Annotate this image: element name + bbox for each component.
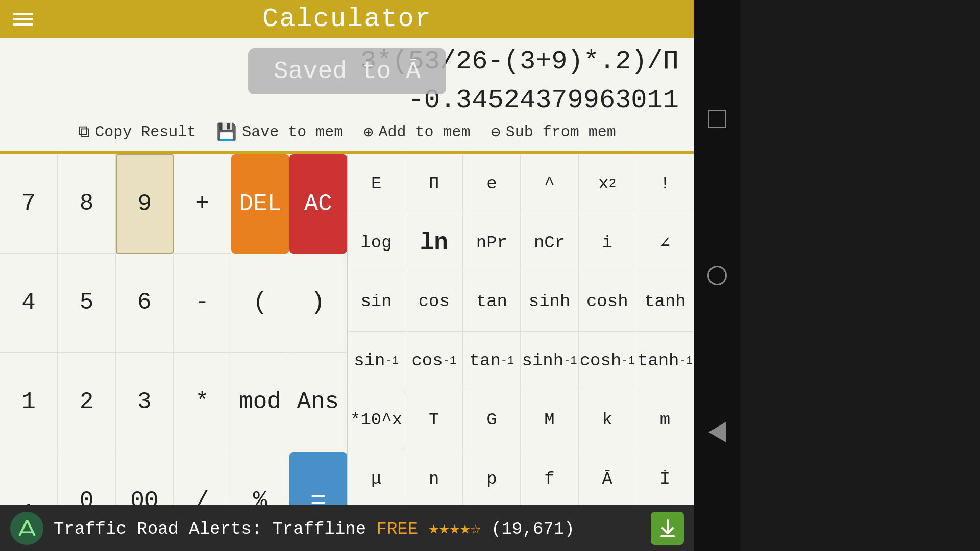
sci-tanh-inv[interactable]: tanh-1	[636, 332, 694, 391]
sci-cosh-inv[interactable]: cosh-1	[579, 332, 636, 391]
btn-9[interactable]: 9	[116, 154, 174, 253]
sci-cos[interactable]: cos	[405, 272, 463, 332]
sci-mu[interactable]: μ	[348, 449, 405, 509]
notif-free-label: FREE	[377, 519, 419, 539]
keypad-container: 7 8 9 + DEL AC 4 5 6 - ( ) 1 2 3 * mod A…	[0, 154, 694, 551]
sci-sinh[interactable]: sinh	[521, 272, 578, 332]
sci-p[interactable]: p	[463, 449, 521, 509]
btn-8[interactable]: 8	[58, 154, 115, 253]
sci-log[interactable]: log	[348, 213, 405, 272]
btn-1[interactable]: 1	[0, 353, 58, 452]
nav-circle-icon	[707, 266, 727, 285]
sci-sinh-inv[interactable]: sinh-1	[521, 332, 578, 391]
download-button[interactable]	[651, 512, 684, 545]
sci-factorial[interactable]: !	[636, 154, 694, 213]
save-to-mem-label: Save to mem	[242, 123, 343, 141]
app-title: Calculator	[262, 4, 432, 34]
sci-x2[interactable]: x2	[579, 154, 636, 213]
btn-minus[interactable]: -	[174, 254, 231, 353]
sci-n[interactable]: n	[405, 449, 463, 509]
sci-sin-inv[interactable]: sin-1	[348, 332, 405, 391]
memory-actions-bar: ⧉ Copy Result 💾 Save to mem ⊕ Add to mem…	[15, 118, 679, 148]
save-icon: 💾	[216, 122, 237, 142]
sci-nPr[interactable]: nPr	[463, 213, 521, 272]
sci-tan-inv[interactable]: tan-1	[463, 332, 521, 391]
sci-m[interactable]: m	[636, 390, 694, 449]
add-to-mem-button[interactable]: ⊕ Add to mem	[363, 122, 470, 142]
notification-text: Traffic Road Alerts: Traffline FREE ★★★★…	[54, 517, 641, 539]
notif-app-icon	[10, 512, 43, 545]
sci-Abar[interactable]: Ā	[579, 449, 636, 509]
nav-square-icon	[708, 110, 726, 128]
menu-button[interactable]	[13, 13, 33, 26]
saved-toast: Saved to Ā	[248, 48, 446, 94]
sci-ln[interactable]: ln	[405, 213, 463, 272]
left-keypad: 7 8 9 + DEL AC 4 5 6 - ( ) 1 2 3 * mod A…	[0, 154, 347, 551]
sci-Idot[interactable]: İ	[636, 449, 694, 509]
btn-plus[interactable]: +	[174, 154, 231, 253]
sci-G[interactable]: G	[463, 390, 521, 449]
btn-close-paren[interactable]: )	[289, 254, 347, 353]
sci-k[interactable]: k	[579, 390, 636, 449]
btn-open-paren[interactable]: (	[231, 254, 289, 353]
sci-cosh[interactable]: cosh	[579, 272, 636, 332]
btn-mod[interactable]: mod	[231, 353, 289, 452]
sub-from-mem-label: Sub from mem	[506, 123, 616, 141]
svg-line-0	[19, 520, 27, 536]
nav-square-button[interactable]	[705, 107, 729, 131]
sub-icon: ⊖	[491, 122, 501, 142]
btn-multiply[interactable]: *	[174, 353, 231, 452]
btn-del[interactable]: DEL	[231, 154, 289, 253]
sci-e[interactable]: e	[463, 154, 521, 213]
right-keypad: E Π e ^ x2 ! log ln nPr nCr i ∠ sin cos …	[347, 154, 694, 551]
notification-bar: Traffic Road Alerts: Traffline FREE ★★★★…	[0, 505, 694, 551]
btn-ac[interactable]: AC	[289, 154, 347, 253]
sci-power[interactable]: ^	[521, 154, 578, 213]
nav-home-button[interactable]	[705, 263, 729, 288]
buttons-area: 7 8 9 + DEL AC 4 5 6 - ( ) 1 2 3 * mod A…	[0, 154, 694, 551]
sci-sin[interactable]: sin	[348, 272, 405, 332]
notif-stars: ★★★★☆	[429, 519, 481, 539]
save-to-mem-button[interactable]: 💾 Save to mem	[216, 122, 343, 142]
android-nav-panel	[694, 0, 740, 551]
header-bar: Calculator	[0, 0, 694, 38]
notif-app-name: Traffic Road Alerts: Traffline	[54, 519, 366, 539]
btn-ans[interactable]: Ans	[289, 353, 347, 452]
sci-E[interactable]: E	[348, 154, 405, 213]
copy-icon: ⧉	[78, 123, 90, 142]
btn-3[interactable]: 3	[116, 353, 174, 452]
sci-angle[interactable]: ∠	[636, 213, 694, 272]
right-space	[740, 0, 980, 551]
sci-M[interactable]: M	[521, 390, 578, 449]
btn-6[interactable]: 6	[116, 254, 174, 353]
add-icon: ⊕	[363, 122, 373, 142]
sci-nCr[interactable]: nCr	[521, 213, 578, 272]
sci-10x[interactable]: *10^x	[348, 390, 405, 449]
sci-tanh[interactable]: tanh	[636, 272, 694, 332]
copy-result-button[interactable]: ⧉ Copy Result	[78, 123, 196, 142]
nav-back-button[interactable]	[705, 420, 729, 444]
svg-line-1	[27, 520, 35, 536]
copy-result-label: Copy Result	[95, 123, 196, 141]
sub-from-mem-button[interactable]: ⊖ Sub from mem	[491, 122, 616, 142]
sci-f[interactable]: f	[521, 449, 578, 509]
add-to-mem-label: Add to mem	[379, 123, 471, 141]
notif-rating: (19,671)	[491, 519, 574, 539]
sci-T[interactable]: T	[405, 390, 463, 449]
sci-pi[interactable]: Π	[405, 154, 463, 213]
sci-tan[interactable]: tan	[463, 272, 521, 332]
btn-7[interactable]: 7	[0, 154, 58, 253]
btn-4[interactable]: 4	[0, 254, 58, 353]
btn-2[interactable]: 2	[58, 353, 115, 452]
display-area: Saved to Ā 3*(53/26-(3+9)*.2)/Π -0.34524…	[0, 38, 694, 153]
sci-cos-inv[interactable]: cos-1	[405, 332, 463, 391]
sci-i[interactable]: i	[579, 213, 636, 272]
nav-back-icon	[708, 422, 726, 442]
btn-5[interactable]: 5	[58, 254, 115, 353]
